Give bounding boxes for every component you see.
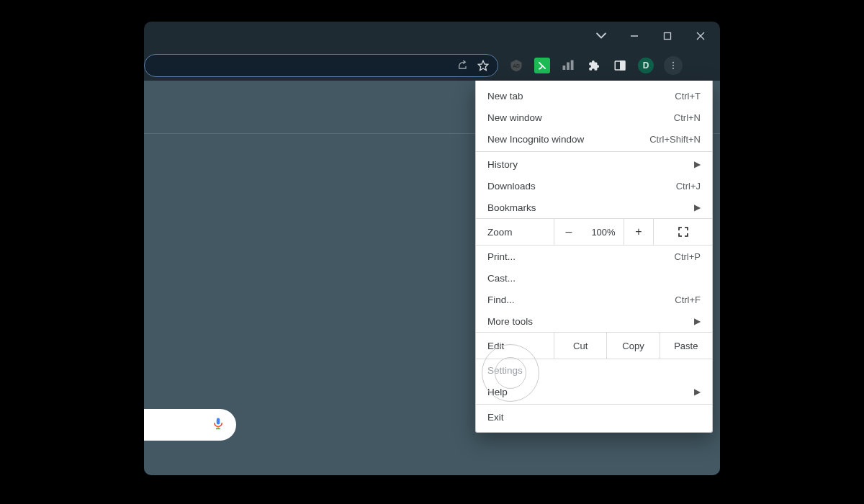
- menu-new-window[interactable]: New windowCtrl+N: [476, 107, 712, 128]
- svg-rect-12: [217, 418, 220, 425]
- menu-zoom-row: Zoom – 100% +: [476, 218, 712, 246]
- profile-avatar[interactable]: D: [638, 58, 654, 73]
- zoom-percent: 100%: [583, 219, 624, 245]
- menu-edit-row: Edit Cut Copy Paste: [476, 332, 712, 359]
- svg-point-11: [672, 68, 674, 69]
- omnibox[interactable]: [144, 54, 498, 77]
- menu-cast[interactable]: Cast...: [476, 267, 712, 289]
- svg-rect-8: [621, 61, 625, 70]
- svg-rect-6: [571, 60, 574, 71]
- adblock-extension-icon[interactable]: AD: [508, 58, 524, 73]
- maximize-button[interactable]: [651, 22, 684, 50]
- side-panel-icon[interactable]: [612, 58, 628, 73]
- bookmark-star-icon[interactable]: [477, 60, 489, 71]
- browser-window: AD D: [144, 22, 720, 475]
- svg-rect-1: [665, 33, 671, 40]
- svg-point-9: [672, 62, 674, 63]
- menu-history[interactable]: History▶: [476, 153, 712, 175]
- menu-find[interactable]: Find...Ctrl+F: [476, 289, 712, 310]
- menu-help[interactable]: Help▶: [476, 381, 712, 402]
- share-icon[interactable]: [457, 60, 469, 71]
- edit-paste-button[interactable]: Paste: [660, 333, 712, 359]
- menu-downloads[interactable]: DownloadsCtrl+J: [476, 175, 712, 197]
- extensions-puzzle-icon[interactable]: [586, 58, 602, 73]
- extension-green-icon[interactable]: [534, 58, 550, 73]
- menu-bookmarks[interactable]: Bookmarks▶: [476, 197, 712, 218]
- tab-search-button[interactable]: [589, 31, 613, 41]
- minimize-button[interactable]: [618, 22, 651, 50]
- close-button[interactable]: [684, 22, 717, 50]
- toolbar-row: AD D: [144, 50, 720, 81]
- submenu-arrow-icon: ▶: [694, 316, 701, 326]
- svg-rect-5: [567, 63, 570, 71]
- svg-point-10: [672, 65, 674, 66]
- fullscreen-button[interactable]: [653, 219, 712, 245]
- submenu-arrow-icon: ▶: [694, 159, 701, 169]
- submenu-arrow-icon: ▶: [694, 202, 701, 212]
- chrome-menu-button[interactable]: [664, 56, 683, 75]
- avatar-initial: D: [643, 60, 649, 71]
- extension-bars-icon[interactable]: [560, 58, 576, 73]
- menu-new-incognito[interactable]: New Incognito windowCtrl+Shift+N: [476, 128, 712, 150]
- edit-label: Edit: [476, 333, 554, 359]
- menu-print[interactable]: Print...Ctrl+P: [476, 246, 712, 267]
- menu-new-tab[interactable]: New tabCtrl+T: [476, 85, 712, 107]
- menu-settings[interactable]: Settings: [476, 359, 712, 381]
- svg-marker-2: [478, 60, 487, 70]
- submenu-arrow-icon: ▶: [694, 387, 701, 397]
- microphone-icon[interactable]: [212, 415, 225, 434]
- svg-text:AD: AD: [513, 63, 520, 68]
- edit-cut-button[interactable]: Cut: [554, 333, 606, 359]
- zoom-out-button[interactable]: –: [554, 219, 583, 245]
- extensions-strip: AD D: [508, 56, 683, 75]
- titlebar: [144, 22, 720, 50]
- menu-separator: [476, 404, 712, 405]
- chrome-main-menu: New tabCtrl+T New windowCtrl+N New Incog…: [475, 81, 713, 433]
- menu-exit[interactable]: Exit: [476, 406, 712, 428]
- google-search-pill[interactable]: [144, 409, 236, 441]
- zoom-label: Zoom: [476, 219, 554, 245]
- menu-separator: [476, 151, 712, 152]
- menu-more-tools[interactable]: More tools▶: [476, 310, 712, 332]
- svg-rect-4: [563, 66, 566, 70]
- edit-copy-button[interactable]: Copy: [606, 333, 659, 359]
- zoom-in-button[interactable]: +: [624, 219, 653, 245]
